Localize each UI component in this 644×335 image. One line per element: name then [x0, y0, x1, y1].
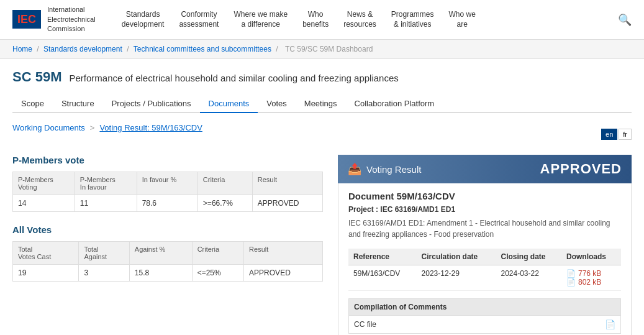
lang-en-button[interactable]: en — [601, 129, 617, 140]
breadcrumb-sep2: / — [127, 45, 131, 53]
infavour-pct-val: 78.6 — [137, 195, 197, 212]
col-infavour-pct: In favour % — [137, 172, 197, 195]
breadcrumb-committees[interactable]: Technical committees and subcommittees — [134, 45, 271, 53]
nav-programmes[interactable]: Programmes& initiatives — [384, 10, 442, 29]
lang-switcher: en fr — [601, 129, 632, 140]
vr-title-label: Voting Result — [366, 164, 421, 175]
nav-news[interactable]: News &resources — [336, 10, 384, 29]
col-criteria: Criteria — [197, 172, 252, 195]
logo-area: IEC International Electrotechnical Commi… — [12, 5, 96, 34]
tab-projects[interactable]: Projects / Publications — [103, 95, 200, 113]
ref-col-downloads: Downloads — [561, 249, 621, 265]
table-row: 59M/163/CDV 2023-12-29 2024-03-22 📄776 k… — [348, 265, 621, 291]
nav-where[interactable]: Where we makea difference — [226, 10, 295, 29]
tab-structure[interactable]: Structure — [53, 95, 103, 113]
all-votes-title: All Votes — [12, 224, 323, 235]
col-criteria2: Criteria — [192, 242, 243, 265]
sub-sep: > — [90, 123, 95, 132]
p-voting-val: 14 — [13, 195, 75, 212]
sc-description: Performance of electrical household and … — [69, 73, 398, 83]
ref-circulation-val: 2023-12-29 — [417, 265, 496, 291]
right-panel: 📤 Voting Result APPROVED Document 59M/16… — [338, 155, 632, 335]
main-nav: Standardsdevelopment Conformityassessmen… — [114, 10, 618, 29]
nav-conformity[interactable]: Conformityassessment — [171, 10, 226, 29]
p-members-title: P-Members vote — [12, 155, 323, 165]
total-against-val: 3 — [79, 265, 129, 282]
ref-col-closing: Closing date — [496, 249, 561, 265]
breadcrumb-home[interactable]: Home — [12, 45, 32, 53]
col-against-pct: Against % — [129, 242, 192, 265]
result-body: Document 59M/163/CDV Project : IEC 63169… — [338, 183, 632, 335]
page-title-row: SC 59M Performance of electrical househo… — [12, 69, 632, 85]
org-line2: Electrotechnical — [47, 15, 96, 24]
p-members-table: P-MembersVoting P-MembersIn favour In fa… — [12, 172, 323, 212]
site-header: IEC International Electrotechnical Commi… — [0, 0, 644, 40]
org-name: International Electrotechnical Commissio… — [47, 5, 96, 34]
col-p-favour: P-MembersIn favour — [75, 172, 137, 195]
col-result: Result — [252, 172, 322, 195]
col-total-votes: TotalVotes Cast — [13, 242, 79, 265]
project-label: Project : IEC 63169/AMD1 ED1 — [348, 205, 621, 214]
download-link-1[interactable]: 📄776 kB — [566, 269, 616, 278]
col-result2: Result — [244, 242, 323, 265]
project-description: IEC 63169/AMD1 ED1: Amendment 1 - Electr… — [348, 218, 621, 240]
tab-documents[interactable]: Documents — [200, 95, 258, 113]
breadcrumb-sep1: / — [37, 45, 41, 53]
table-row: 19 3 15.8 <=25% APPROVED — [13, 265, 323, 282]
col-p-voting: P-MembersVoting — [13, 172, 75, 195]
voting-result-header: 📤 Voting Result APPROVED — [338, 155, 632, 183]
tab-collaboration[interactable]: Collaboration Platform — [346, 95, 443, 113]
breadcrumb: Home / Standards development / Technical… — [0, 40, 644, 59]
breadcrumb-sep3: / — [276, 45, 280, 53]
left-panel: P-Members vote P-MembersVoting P-Members… — [12, 155, 323, 335]
breadcrumb-current: TC 59/SC 59M Dashboard — [285, 45, 373, 53]
p-favour-val: 11 — [75, 195, 137, 212]
ref-col-circulation: Circulation date — [417, 249, 496, 265]
result-val: APPROVED — [252, 195, 322, 212]
ref-reference-val: 59M/163/CDV — [348, 265, 417, 291]
org-line1: International — [47, 5, 96, 14]
tab-votes[interactable]: Votes — [258, 95, 296, 113]
logo-text: IEC — [17, 13, 36, 25]
approved-label: APPROVED — [540, 161, 622, 177]
ref-table: Reference Circulation date Closing date … — [348, 249, 621, 291]
search-icon[interactable]: 🔍 — [618, 13, 632, 27]
ref-downloads-val: 📄776 kB 📄802 kB — [561, 265, 621, 291]
sub-breadcrumb: Working Documents > Voting Result: 59M/1… — [12, 123, 202, 132]
tab-meetings[interactable]: Meetings — [296, 95, 346, 113]
col-total-against: TotalAgainst — [79, 242, 129, 265]
against-pct-val: 15.8 — [129, 265, 192, 282]
criteria-val: >=66.7% — [197, 195, 252, 212]
sub-working-docs[interactable]: Working Documents — [12, 123, 85, 132]
all-votes-table: TotalVotes Cast TotalAgainst Against % C… — [12, 241, 323, 282]
total-votes-val: 19 — [13, 265, 79, 282]
two-col-layout: P-Members vote P-MembersVoting P-Members… — [12, 155, 632, 335]
sub-voting-result[interactable]: Voting Result: 59M/163/CDV — [99, 123, 202, 132]
result2-val: APPROVED — [244, 265, 323, 282]
download-link-2[interactable]: 📄802 kB — [566, 278, 616, 287]
lang-fr-button[interactable]: fr — [619, 129, 632, 140]
nav-who[interactable]: Whobenefits — [295, 10, 336, 29]
vr-title: 📤 Voting Result — [348, 162, 421, 176]
breadcrumb-standards[interactable]: Standards development — [43, 45, 122, 53]
nav-whoare[interactable]: Who weare — [442, 10, 483, 29]
cc-file-label: CC file — [354, 320, 376, 329]
sc-code: SC 59M — [12, 69, 61, 85]
pdf-icon-1: 📄 — [566, 269, 576, 278]
ref-col-reference: Reference — [348, 249, 417, 265]
compilation-row: CC file 📄 — [348, 316, 621, 334]
file-icon: 📄 — [605, 319, 615, 329]
logo-box: IEC — [12, 10, 41, 29]
criteria2-val: <=25% — [192, 265, 243, 282]
org-line3: Commission — [47, 24, 96, 34]
compilation-header: Compilation of Comments — [348, 298, 621, 316]
table-row: 14 11 78.6 >=66.7% APPROVED — [13, 195, 323, 212]
tab-bar: Scope Structure Projects / Publications … — [12, 95, 632, 113]
main-content: SC 59M Performance of electrical househo… — [0, 59, 644, 335]
document-title: Document 59M/163/CDV — [348, 191, 621, 201]
nav-standards[interactable]: Standardsdevelopment — [114, 10, 172, 29]
ref-closing-val: 2024-03-22 — [496, 265, 561, 291]
pdf-icon-2: 📄 — [566, 278, 576, 287]
ballot-icon: 📤 — [348, 162, 361, 176]
tab-scope[interactable]: Scope — [12, 95, 53, 113]
